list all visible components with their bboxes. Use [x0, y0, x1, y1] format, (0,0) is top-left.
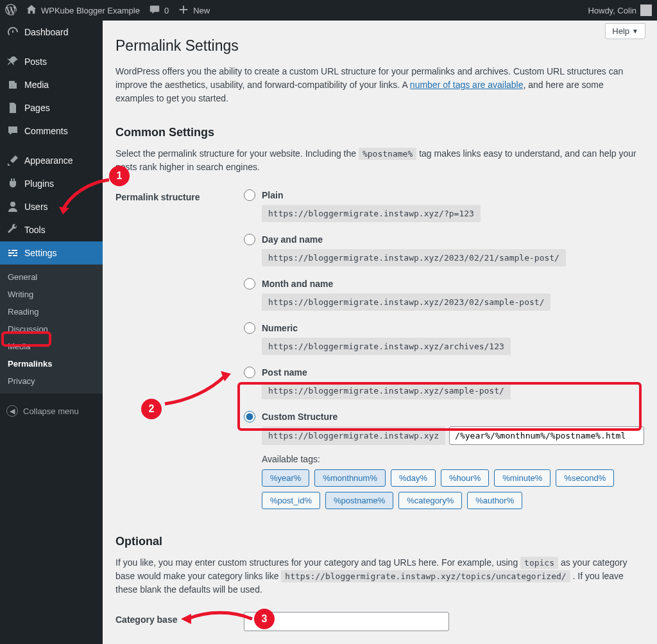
sidebar-item-comments[interactable]: Comments — [0, 119, 103, 143]
wordpress-logo-icon — [5, 4, 17, 17]
plugin-icon — [6, 177, 19, 190]
radio-post-name[interactable] — [244, 367, 255, 378]
help-label: Help — [612, 26, 629, 36]
sidebar-item-dashboard[interactable]: Dashboard — [0, 21, 103, 44]
option-day-name[interactable]: Day and name — [244, 234, 644, 245]
new-link[interactable]: New — [178, 4, 210, 17]
admin-bar: WPKube Blogger Example 0 New Howdy, Coli… — [0, 0, 657, 21]
submenu-writing[interactable]: Writing — [0, 286, 103, 303]
settings-submenu: General Writing Reading Discussion Media… — [0, 265, 103, 394]
admin-sidebar: Dashboard Posts Media Pages Comments App… — [0, 21, 103, 644]
comments-icon — [6, 125, 19, 137]
category-base-label: Category base — [115, 612, 244, 631]
comment-icon — [149, 4, 160, 17]
sidebar-item-label: Pages — [24, 103, 50, 113]
sidebar-item-label: Users — [24, 202, 48, 212]
custom-base-url: https://bloggermigrate.instawp.xyz — [262, 426, 445, 445]
collapse-label: Collapse menu — [23, 406, 79, 416]
tag-button[interactable]: %minute% — [494, 469, 550, 487]
tag-button[interactable]: %second% — [556, 469, 614, 487]
wp-logo[interactable] — [5, 4, 17, 17]
pin-icon — [6, 55, 19, 68]
tag-button[interactable]: %year% — [262, 469, 309, 487]
radio-plain[interactable] — [244, 189, 255, 201]
category-base-input[interactable] — [244, 612, 449, 631]
avatar — [640, 4, 652, 16]
submenu-media[interactable]: Media — [0, 338, 103, 355]
radio-day-name[interactable] — [244, 234, 255, 245]
permalink-structure-label: Permalink structure — [115, 189, 244, 509]
wrench-icon — [6, 223, 19, 236]
sidebar-item-plugins[interactable]: Plugins — [0, 172, 103, 195]
media-icon — [6, 78, 19, 91]
submenu-discussion[interactable]: Discussion — [0, 320, 103, 338]
topics-code: topics — [520, 557, 558, 569]
postname-code: %postname% — [359, 148, 416, 160]
tag-button[interactable]: %day% — [391, 469, 436, 487]
page-title: Permalink Settings — [115, 27, 644, 60]
sidebar-item-media[interactable]: Media — [0, 73, 103, 96]
sidebar-item-label: Appearance — [24, 155, 73, 166]
permalink-options: Plain https://bloggermigrate.instawp.xyz… — [244, 189, 644, 509]
sidebar-item-appearance[interactable]: Appearance — [0, 149, 103, 172]
option-month-name[interactable]: Month and name — [244, 278, 644, 290]
tag-button[interactable]: %post_id% — [262, 492, 320, 509]
option-plain[interactable]: Plain — [244, 189, 644, 201]
sidebar-item-label: Tools — [24, 225, 46, 235]
sidebar-item-pages[interactable]: Pages — [0, 96, 103, 119]
sidebar-item-posts[interactable]: Posts — [0, 50, 103, 73]
help-tab[interactable]: Help ▼ — [605, 23, 645, 39]
chevron-down-icon: ▼ — [632, 28, 638, 35]
custom-structure-input[interactable] — [449, 426, 644, 445]
radio-month-name[interactable] — [244, 278, 255, 290]
submenu-privacy[interactable]: Privacy — [0, 372, 103, 390]
sidebar-item-label: Settings — [24, 248, 57, 258]
home-icon — [26, 4, 37, 17]
tag-button[interactable]: %monthnum% — [314, 469, 386, 487]
example-numeric: https://bloggermigrate.instawp.xyz/archi… — [262, 338, 511, 355]
sidebar-item-label: Media — [24, 80, 49, 90]
radio-custom[interactable] — [244, 411, 255, 422]
howdy-link[interactable]: Howdy, Colin — [588, 4, 652, 16]
sidebar-item-label: Posts — [24, 57, 47, 67]
common-settings-heading: Common Settings — [115, 110, 644, 142]
comments-count: 0 — [164, 6, 169, 15]
radio-numeric[interactable] — [244, 322, 255, 334]
intro-paragraph: WordPress offers you the ability to crea… — [115, 60, 644, 110]
plus-icon — [178, 4, 189, 17]
content-area: Help ▼ Permalink Settings WordPress offe… — [103, 21, 657, 644]
available-tags-label: Available tags: — [262, 454, 644, 464]
option-custom[interactable]: Custom Structure — [244, 411, 644, 422]
site-name-link[interactable]: WPKube Blogger Example — [26, 4, 140, 17]
page-icon — [6, 101, 19, 114]
option-post-name[interactable]: Post name — [244, 367, 644, 378]
dashboard-icon — [6, 26, 19, 39]
optional-desc: If you like, you may enter custom struct… — [115, 551, 644, 602]
example-day-name: https://bloggermigrate.instawp.xyz/2023/… — [262, 249, 566, 266]
collapse-menu[interactable]: ◀ Collapse menu — [0, 399, 103, 423]
tags-doc-link[interactable]: number of tags are available — [410, 80, 524, 90]
example-post-name: https://bloggermigrate.instawp.xyz/sampl… — [262, 382, 511, 399]
example-month-name: https://bloggermigrate.instawp.xyz/2023/… — [262, 293, 550, 311]
site-name: WPKube Blogger Example — [41, 6, 140, 15]
tag-button[interactable]: %category% — [398, 492, 462, 509]
sidebar-item-tools[interactable]: Tools — [0, 218, 103, 241]
sidebar-item-label: Comments — [24, 126, 68, 136]
sidebar-item-label: Dashboard — [24, 27, 69, 37]
submenu-general[interactable]: General — [0, 268, 103, 286]
sidebar-item-users[interactable]: Users — [0, 195, 103, 218]
sliders-icon — [6, 247, 19, 259]
topics-url-code: https://bloggermigrate.instawp.xyz/topic… — [281, 570, 570, 582]
tag-button[interactable]: %hour% — [441, 469, 489, 487]
option-numeric[interactable]: Numeric — [244, 322, 644, 334]
submenu-permalinks[interactable]: Permalinks — [0, 355, 103, 372]
submenu-reading[interactable]: Reading — [0, 303, 103, 320]
brush-icon — [6, 154, 19, 167]
tag-button[interactable]: %author% — [467, 492, 522, 509]
comments-link[interactable]: 0 — [149, 4, 169, 17]
new-label: New — [193, 6, 210, 15]
tag-button[interactable]: %postname% — [325, 492, 393, 509]
collapse-icon: ◀ — [6, 405, 18, 417]
user-icon — [6, 200, 19, 213]
sidebar-item-settings[interactable]: Settings — [0, 241, 103, 265]
